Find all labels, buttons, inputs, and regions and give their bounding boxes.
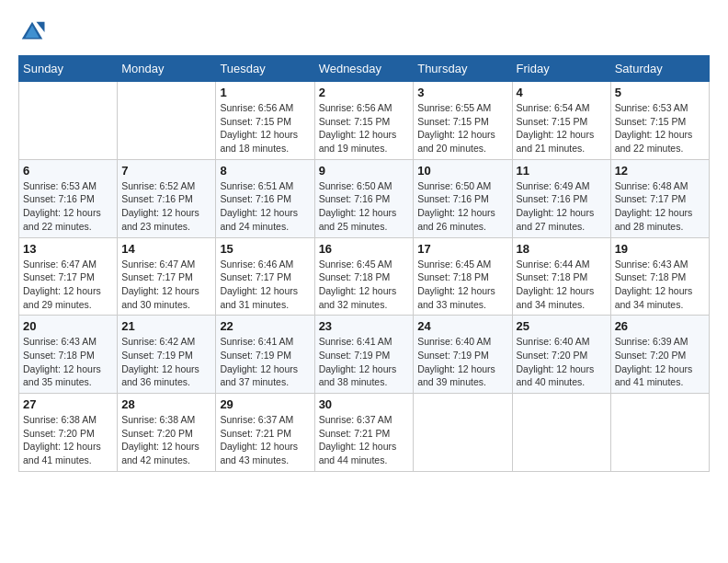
day-info: Sunrise: 6:53 AM Sunset: 7:16 PM Dayligh… — [23, 179, 113, 234]
weekday-header-monday: Monday — [118, 56, 216, 82]
day-info: Sunrise: 6:49 AM Sunset: 7:16 PM Dayligh… — [517, 179, 607, 234]
day-cell: 3Sunrise: 6:55 AM Sunset: 7:15 PM Daylig… — [414, 82, 512, 160]
weekday-header-saturday: Saturday — [610, 56, 709, 82]
day-cell: 2Sunrise: 6:56 AM Sunset: 7:15 PM Daylig… — [314, 82, 414, 160]
day-cell: 9Sunrise: 6:50 AM Sunset: 7:16 PM Daylig… — [314, 159, 414, 237]
week-row-5: 27Sunrise: 6:38 AM Sunset: 7:20 PM Dayli… — [19, 394, 710, 472]
day-info: Sunrise: 6:40 AM Sunset: 7:19 PM Dayligh… — [417, 335, 507, 389]
svg-marker-2 — [37, 22, 45, 32]
page-header — [18, 18, 710, 46]
day-info: Sunrise: 6:43 AM Sunset: 7:18 PM Dayligh… — [615, 258, 705, 312]
day-cell: 30Sunrise: 6:37 AM Sunset: 7:21 PM Dayli… — [314, 394, 414, 472]
day-cell: 1Sunrise: 6:56 AM Sunset: 7:15 PM Daylig… — [216, 82, 314, 160]
weekday-header-friday: Friday — [512, 56, 610, 82]
week-row-4: 20Sunrise: 6:43 AM Sunset: 7:18 PM Dayli… — [19, 316, 710, 394]
day-info: Sunrise: 6:46 AM Sunset: 7:17 PM Dayligh… — [220, 258, 310, 312]
day-number: 21 — [121, 319, 211, 333]
day-number: 26 — [615, 319, 705, 333]
day-cell: 17Sunrise: 6:45 AM Sunset: 7:18 PM Dayli… — [414, 237, 512, 316]
weekday-header-wednesday: Wednesday — [314, 56, 414, 82]
day-info: Sunrise: 6:39 AM Sunset: 7:20 PM Dayligh… — [615, 335, 705, 389]
day-cell: 29Sunrise: 6:37 AM Sunset: 7:21 PM Dayli… — [216, 394, 314, 472]
day-number: 3 — [417, 86, 507, 99]
day-cell: 25Sunrise: 6:40 AM Sunset: 7:20 PM Dayli… — [512, 316, 610, 394]
day-number: 29 — [220, 397, 310, 411]
day-number: 2 — [319, 86, 410, 99]
day-number: 13 — [23, 242, 113, 256]
day-number: 8 — [220, 164, 310, 178]
day-cell — [512, 394, 610, 472]
day-cell: 22Sunrise: 6:41 AM Sunset: 7:19 PM Dayli… — [216, 316, 314, 394]
day-number: 12 — [615, 164, 705, 178]
logo — [18, 18, 50, 46]
day-info: Sunrise: 6:37 AM Sunset: 7:21 PM Dayligh… — [220, 413, 310, 467]
day-cell: 4Sunrise: 6:54 AM Sunset: 7:15 PM Daylig… — [512, 82, 610, 160]
day-info: Sunrise: 6:47 AM Sunset: 7:17 PM Dayligh… — [23, 258, 113, 312]
day-number: 30 — [319, 397, 410, 411]
day-cell: 11Sunrise: 6:49 AM Sunset: 7:16 PM Dayli… — [512, 159, 610, 237]
day-info: Sunrise: 6:40 AM Sunset: 7:20 PM Dayligh… — [517, 335, 607, 389]
day-number: 11 — [517, 164, 607, 178]
day-number: 25 — [517, 319, 607, 333]
day-info: Sunrise: 6:38 AM Sunset: 7:20 PM Dayligh… — [121, 413, 211, 467]
day-info: Sunrise: 6:43 AM Sunset: 7:18 PM Dayligh… — [23, 335, 113, 389]
day-info: Sunrise: 6:52 AM Sunset: 7:16 PM Dayligh… — [121, 179, 211, 234]
day-cell: 7Sunrise: 6:52 AM Sunset: 7:16 PM Daylig… — [118, 159, 216, 237]
day-cell: 21Sunrise: 6:42 AM Sunset: 7:19 PM Dayli… — [118, 316, 216, 394]
day-cell — [118, 82, 216, 160]
weekday-header-row: SundayMondayTuesdayWednesdayThursdayFrid… — [19, 56, 710, 82]
day-number: 16 — [319, 242, 410, 256]
day-cell: 19Sunrise: 6:43 AM Sunset: 7:18 PM Dayli… — [610, 237, 709, 316]
day-cell — [610, 394, 709, 472]
week-row-3: 13Sunrise: 6:47 AM Sunset: 7:17 PM Dayli… — [19, 237, 710, 316]
day-info: Sunrise: 6:48 AM Sunset: 7:17 PM Dayligh… — [615, 179, 705, 234]
day-info: Sunrise: 6:55 AM Sunset: 7:15 PM Dayligh… — [417, 101, 507, 155]
day-info: Sunrise: 6:47 AM Sunset: 7:17 PM Dayligh… — [121, 258, 211, 312]
day-info: Sunrise: 6:45 AM Sunset: 7:18 PM Dayligh… — [319, 258, 410, 312]
week-row-1: 1Sunrise: 6:56 AM Sunset: 7:15 PM Daylig… — [19, 82, 710, 160]
day-number: 5 — [615, 86, 705, 99]
day-cell: 15Sunrise: 6:46 AM Sunset: 7:17 PM Dayli… — [216, 237, 314, 316]
weekday-header-tuesday: Tuesday — [216, 56, 314, 82]
day-cell: 6Sunrise: 6:53 AM Sunset: 7:16 PM Daylig… — [19, 159, 118, 237]
day-number: 6 — [23, 164, 113, 178]
day-cell: 27Sunrise: 6:38 AM Sunset: 7:20 PM Dayli… — [19, 394, 118, 472]
day-number: 4 — [517, 86, 607, 99]
day-number: 14 — [121, 242, 211, 256]
weekday-header-sunday: Sunday — [19, 56, 118, 82]
day-cell: 10Sunrise: 6:50 AM Sunset: 7:16 PM Dayli… — [414, 159, 512, 237]
day-cell — [19, 82, 118, 160]
weekday-header-thursday: Thursday — [414, 56, 512, 82]
day-info: Sunrise: 6:56 AM Sunset: 7:15 PM Dayligh… — [220, 101, 310, 155]
day-number: 22 — [220, 319, 310, 333]
day-info: Sunrise: 6:38 AM Sunset: 7:20 PM Dayligh… — [23, 413, 113, 467]
day-number: 24 — [417, 319, 507, 333]
day-cell: 12Sunrise: 6:48 AM Sunset: 7:17 PM Dayli… — [610, 159, 709, 237]
logo-icon — [18, 18, 46, 46]
day-number: 17 — [417, 242, 507, 256]
day-info: Sunrise: 6:41 AM Sunset: 7:19 PM Dayligh… — [220, 335, 310, 389]
calendar: SundayMondayTuesdayWednesdayThursdayFrid… — [18, 55, 710, 472]
day-info: Sunrise: 6:37 AM Sunset: 7:21 PM Dayligh… — [319, 413, 410, 467]
day-number: 1 — [220, 86, 310, 99]
day-number: 27 — [23, 397, 113, 411]
week-row-2: 6Sunrise: 6:53 AM Sunset: 7:16 PM Daylig… — [19, 159, 710, 237]
day-cell: 14Sunrise: 6:47 AM Sunset: 7:17 PM Dayli… — [118, 237, 216, 316]
day-info: Sunrise: 6:54 AM Sunset: 7:15 PM Dayligh… — [517, 101, 607, 155]
day-number: 10 — [417, 164, 507, 178]
day-number: 23 — [319, 319, 410, 333]
day-info: Sunrise: 6:42 AM Sunset: 7:19 PM Dayligh… — [121, 335, 211, 389]
day-info: Sunrise: 6:50 AM Sunset: 7:16 PM Dayligh… — [417, 179, 507, 234]
day-info: Sunrise: 6:45 AM Sunset: 7:18 PM Dayligh… — [417, 258, 507, 312]
day-number: 19 — [615, 242, 705, 256]
day-cell: 20Sunrise: 6:43 AM Sunset: 7:18 PM Dayli… — [19, 316, 118, 394]
day-info: Sunrise: 6:53 AM Sunset: 7:15 PM Dayligh… — [615, 101, 705, 155]
day-number: 18 — [517, 242, 607, 256]
day-info: Sunrise: 6:44 AM Sunset: 7:18 PM Dayligh… — [517, 258, 607, 312]
day-info: Sunrise: 6:50 AM Sunset: 7:16 PM Dayligh… — [319, 179, 410, 234]
day-cell: 5Sunrise: 6:53 AM Sunset: 7:15 PM Daylig… — [610, 82, 709, 160]
day-cell: 8Sunrise: 6:51 AM Sunset: 7:16 PM Daylig… — [216, 159, 314, 237]
day-number: 7 — [121, 164, 211, 178]
day-info: Sunrise: 6:51 AM Sunset: 7:16 PM Dayligh… — [220, 179, 310, 234]
day-number: 9 — [319, 164, 410, 178]
